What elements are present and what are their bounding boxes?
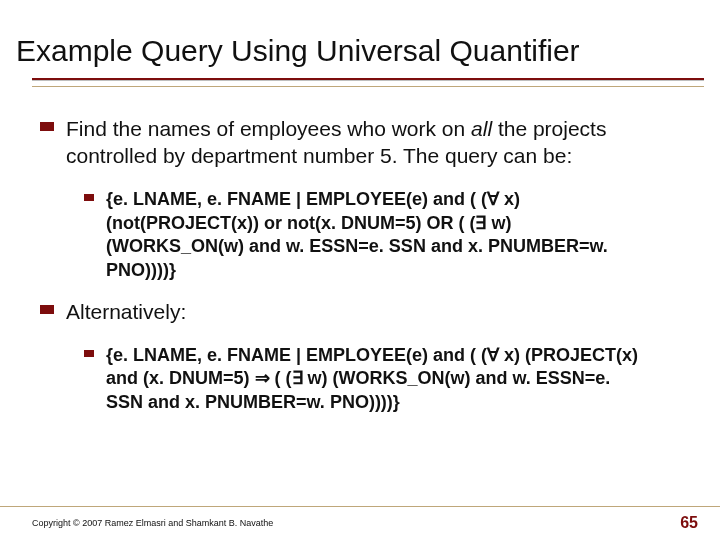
title-rule (16, 78, 704, 88)
text-fragment: Find the names of employees who work on (66, 117, 471, 140)
footer: Copyright © 2007 Ramez Elmasri and Shamk… (0, 506, 720, 540)
copyright-text: Copyright © 2007 Ramez Elmasri and Shamk… (32, 518, 273, 528)
query-formula-2: {e. LNAME, e. FNAME | EMPLOYEE(e) and ( … (106, 344, 646, 415)
slide-title: Example Query Using Universal Quantifier (16, 34, 704, 68)
query-formula-1: {e. LNAME, e. FNAME | EMPLOYEE(e) and ( … (106, 188, 646, 283)
square-bullet-icon (84, 194, 94, 201)
content-area: Find the names of employees who work on … (0, 98, 720, 415)
paragraph-intro: Find the names of employees who work on … (66, 116, 680, 170)
bullet-level2: {e. LNAME, e. FNAME | EMPLOYEE(e) and ( … (84, 188, 680, 283)
square-bullet-icon (40, 305, 54, 314)
paragraph-alt: Alternatively: (66, 299, 186, 326)
bullet-level2: {e. LNAME, e. FNAME | EMPLOYEE(e) and ( … (84, 344, 680, 415)
square-bullet-icon (84, 350, 94, 357)
slide: Example Query Using Universal Quantifier… (0, 0, 720, 540)
bullet-level1: Alternatively: (40, 299, 680, 326)
emphasis-all: all (471, 117, 492, 140)
page-number: 65 (680, 514, 698, 532)
square-bullet-icon (40, 122, 54, 131)
title-block: Example Query Using Universal Quantifier (0, 0, 720, 98)
bullet-level1: Find the names of employees who work on … (40, 116, 680, 170)
